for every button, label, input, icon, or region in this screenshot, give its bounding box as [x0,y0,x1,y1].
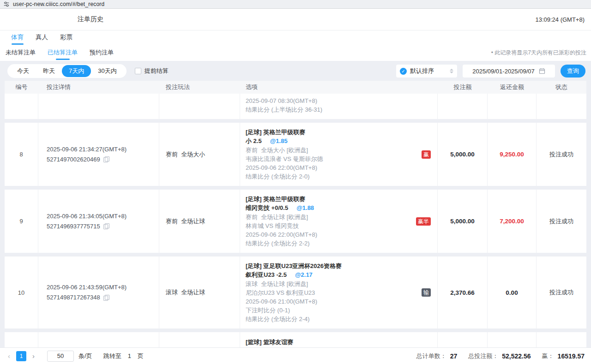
col-header-number: 编号 [5,83,38,91]
bet-number [5,94,38,119]
col-header-play: 投注玩法 [159,83,240,91]
total-stake-value: 52,522.56 [502,352,531,360]
bet-return: 7,200.00 [488,190,537,253]
page-url[interactable]: user-pc-new.ciiicc.com/#/bet_record [13,1,104,7]
option-line: 尼泊尔U23 VS 叙利亚U23 [246,288,432,297]
tab-unsettled[interactable]: 未结算注单 [6,48,36,61]
option-line: 2025-09-07 08:30(GMT+8) [246,96,432,105]
filter-today[interactable]: 今天 [10,65,36,77]
option-league: [足球] 英格兰甲级联赛 [246,195,432,203]
bet-return: 9,250.00 [488,123,537,186]
date-range-input[interactable]: 2025/09/01-2025/09/07 [463,65,555,78]
bet-play-type [159,332,240,347]
col-header-return: 返还金额 [488,83,537,91]
copy-icon[interactable] [103,223,109,229]
result-badge: 输 [422,288,431,297]
page-1-button[interactable]: 1 [16,351,26,361]
next-page-button[interactable]: › [31,352,36,360]
copy-icon[interactable] [103,295,109,301]
table-row: 102025-09-06 21:43:59(GMT+8)527149871726… [5,257,586,328]
bet-status: 投注成功 [537,190,586,253]
filter-30days[interactable]: 30天内 [91,65,123,77]
bet-number [5,332,38,347]
option-league: [足球] 英格兰甲级联赛 [246,128,432,137]
bet-table: 编号 投注详情 投注玩法 选项 投注额 返还金额 状态 2025-09-07 0… [5,81,586,347]
bet-option: [篮球] 篮球友谊赛 [240,332,438,347]
option-line: 赛前 全场让球 [欧洲盘] [246,213,432,221]
table-body: 2025-09-07 08:30(GMT+8)结果比分 (上半场比分 36-31… [5,94,586,347]
total-win-label: 赢： [542,352,554,360]
filter-yesterday[interactable]: 昨天 [36,65,62,77]
col-header-option: 选项 [240,83,438,91]
option-line: 结果比分 (全场比分 2-2) [246,239,432,248]
sort-select[interactable]: ✓ 默认排序 [396,65,457,78]
col-header-status: 状态 [537,83,586,91]
filter-7days[interactable]: 7天内 [62,65,91,77]
bet-play-type: 赛前 全场让球 [159,190,240,253]
bet-stake [438,94,488,119]
bet-stake: 2,370.66 [438,257,488,328]
bet-play-type: 赛前 全场大小 [159,123,240,186]
page-size-input[interactable] [47,351,74,362]
site-settings-icon[interactable] [4,1,9,7]
tab-live-casino[interactable]: 真人 [36,33,48,46]
bet-option: 2025-09-07 08:30(GMT+8)结果比分 (上半场比分 36-31… [240,94,438,119]
footer-bar: ‹ 1 › 条/页 跳转至 1 页 总计单数： 27 总投注额： 52,522.… [0,347,591,364]
main-content: 今天 昨天 7天内 30天内 提前结算 ✓ 默认排序 2025/09/01-20… [0,61,591,364]
pick-selection: 叙利亚U23 -2.5 [246,271,287,278]
check-circle-icon: ✓ [400,68,407,75]
bet-status [537,94,586,119]
option-line: 结果比分 (全场比分 2-0) [246,172,432,181]
option-line: 赛前 全场大小 [欧洲盘] [246,146,432,155]
total-count-label: 总计单数： [416,352,446,360]
bet-detail: 2025-09-06 21:34:27(GMT+8)52714970026204… [38,123,159,186]
col-header-detail: 投注详情 [38,83,159,91]
tab-reserved[interactable]: 预约注单 [90,48,114,61]
option-line: 结果比分 (全场比分 2-4) [246,315,432,323]
jump-label: 跳转至 [103,352,121,360]
date-quick-filters: 今天 昨天 7天内 30天内 [7,64,127,78]
tab-settled[interactable]: 已结算注单 [48,48,78,61]
bet-number: 8 [5,123,38,186]
copy-icon[interactable] [103,156,109,162]
early-settle-label: 提前结算 [145,67,169,75]
bet-return [488,332,537,347]
early-settle-checkbox[interactable] [135,68,141,74]
early-settle-option[interactable]: 提前结算 [135,67,169,75]
bet-stake [438,332,488,347]
record-notice: • 此记录将显示7天内所有已派彩的投注 [491,49,586,57]
option-line: 韦康比流浪者 VS 曼斯菲尔德 [246,155,432,163]
bet-reference-number: 5271498717267348 [47,292,100,303]
table-row: [篮球] 篮球友谊赛 [5,332,586,347]
table-row: 82025-09-06 21:34:27(GMT+8)5271497002620… [5,123,586,186]
bet-detail [38,332,159,347]
prev-page-button[interactable]: ‹ [6,352,12,360]
jump-page-value[interactable]: 1 [126,352,133,359]
pick-odds: @1.85 [270,137,288,144]
bet-status [537,332,586,347]
bet-time: 2025-09-06 21:43:59(GMT+8) [47,282,159,292]
bet-time: 2025-09-06 21:34:27(GMT+8) [47,144,159,155]
bet-return: 0.00 [488,257,537,328]
page-title: 注单历史 [78,15,103,24]
bet-option: [足球] 亚足联U23亚洲杯2026资格赛叙利亚U23 -2.5@2.17滚球 … [240,257,438,328]
result-badge: 赢半 [416,217,431,226]
bet-option: [足球] 英格兰甲级联赛维冈竞技 +0/0.5@1.88赛前 全场让球 [欧洲盘… [240,190,438,253]
option-line: 林肯城 VS 维冈竞技 [246,221,432,230]
bet-status: 投注成功 [537,123,586,186]
bet-number: 10 [5,257,38,328]
tab-sports[interactable]: 体育 [11,33,24,46]
pick-selection: 小 2.5 [246,137,262,144]
date-range-value: 2025/09/01-2025/09/07 [472,68,534,75]
tab-lottery[interactable]: 彩票 [60,33,72,46]
total-stake-label: 总投注额： [468,352,498,360]
sport-category-tabs: 体育 真人 彩票 [0,30,591,46]
pagination: ‹ 1 › 条/页 跳转至 1 页 [6,351,144,362]
total-count-value: 27 [450,352,458,360]
option-line: 下注时比分 (0-1) [246,306,432,315]
pick-odds: @1.88 [296,204,314,211]
sort-value: 默认排序 [410,67,446,75]
search-button[interactable]: 查询 [561,65,585,78]
col-header-stake: 投注额 [438,83,488,91]
bet-option: [足球] 英格兰甲级联赛小 2.5@1.85赛前 全场大小 [欧洲盘]韦康比流浪… [240,123,438,186]
